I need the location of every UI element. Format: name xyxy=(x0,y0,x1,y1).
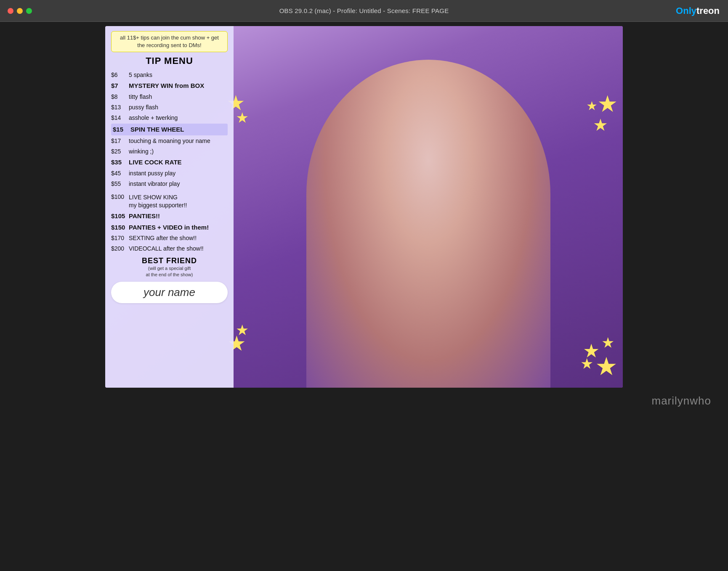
best-friend-subtitle: (will get a special gift at the end of t… xyxy=(111,265,228,278)
star-decoration-11: ★ xyxy=(580,356,593,371)
tip-desc-14: asshole + twerking xyxy=(129,114,228,122)
tip-amount-35: $35 xyxy=(111,158,129,167)
tip-item-35: $35 LIVE COCK RATE xyxy=(111,157,228,168)
star-decoration-7: ★ xyxy=(236,323,249,337)
video-area: ★ ★ ★ ★ ★ ★ ★ ★ ★ ★ ★ all 11$+ tips can … xyxy=(105,26,623,388)
person-silhouette xyxy=(306,60,550,388)
best-friend-name-box: your name xyxy=(111,282,228,303)
best-friend-title: BEST FRIEND xyxy=(111,256,228,265)
tip-amount-45: $45 xyxy=(111,169,129,178)
star-decoration-5: ★ xyxy=(586,100,598,112)
tip-amount-6: $6 xyxy=(111,71,129,79)
star-decoration-4: ★ xyxy=(593,116,608,133)
tip-desc-200: VIDEOCALL after the show!! xyxy=(129,244,228,253)
onlytreon-logo: Onlytreon xyxy=(676,5,720,16)
tip-desc-170: SEXTING after the show!! xyxy=(129,234,228,243)
tip-desc-13: pussy flash xyxy=(129,103,228,112)
username-watermark: marilynwho xyxy=(652,394,712,407)
tip-item-45: $45 instant pussy play xyxy=(111,168,228,179)
tip-item-6: $6 5 spanks xyxy=(111,70,228,80)
tip-desc-6: 5 spanks xyxy=(129,71,228,79)
tip-item-150: $150 PANTIES + VIDEO in them! xyxy=(111,222,228,233)
window-controls xyxy=(8,8,32,14)
logo-treon-part: treon xyxy=(696,5,720,16)
tip-amount-170: $170 xyxy=(111,234,129,243)
tip-amount-8: $8 xyxy=(111,93,129,101)
tip-item-200: $200 VIDEOCALL after the show!! xyxy=(111,243,228,254)
tip-item-13: $13 pussy flash xyxy=(111,102,228,113)
tip-desc-8: titty flash xyxy=(129,93,228,101)
tip-amount-7: $7 xyxy=(111,81,129,91)
star-decoration-2: ★ xyxy=(236,110,249,125)
star-decoration-3: ★ xyxy=(597,93,618,116)
tip-desc-100: LIVE SHOW KING my biggest supporter!! xyxy=(129,193,187,210)
tip-item-25: $25 winking ;) xyxy=(111,146,228,157)
close-button[interactable] xyxy=(8,8,13,14)
maximize-button[interactable] xyxy=(26,8,32,14)
tip-item-105: $105 PANTIES!! xyxy=(111,211,228,222)
promo-banner: all 11$+ tips can join the cum show + ge… xyxy=(111,31,228,52)
tip-desc-55: instant vibrator play xyxy=(129,180,228,188)
tip-amount-55: $55 xyxy=(111,180,129,188)
bottom-bar: marilynwho xyxy=(0,388,728,414)
tip-amount-17: $17 xyxy=(111,137,129,145)
tip-amount-15: $15 xyxy=(113,125,130,135)
best-friend-subtitle-line1: (will get a special gift xyxy=(148,266,191,271)
tip-item-7: $7 MYSTERY WIN from BOX xyxy=(111,80,228,92)
tip-item-17: $17 touching & moaning your name xyxy=(111,136,228,146)
tip-menu-overlay: all 11$+ tips can join the cum show + ge… xyxy=(105,26,234,388)
tip-menu-title: TIP MENU xyxy=(111,56,228,66)
person-area xyxy=(234,26,623,388)
tip-desc-105: PANTIES!! xyxy=(129,211,228,221)
tip-amount-105: $105 xyxy=(111,211,129,221)
tip-amount-150: $150 xyxy=(111,223,129,233)
best-friend-section: BEST FRIEND (will get a special gift at … xyxy=(111,256,228,303)
window-title: OBS 29.0.2 (mac) - Profile: Untitled - S… xyxy=(279,7,449,14)
tip-item-14: $14 asshole + twerking xyxy=(111,113,228,123)
tip-item-55: $55 instant vibrator play xyxy=(111,179,228,189)
tip-item-15: $15 SPIN THE WHEEL xyxy=(111,124,228,136)
titlebar: OBS 29.0.2 (mac) - Profile: Untitled - S… xyxy=(0,0,728,22)
tip-amount-25: $25 xyxy=(111,147,129,156)
tip-item-8: $8 titty flash xyxy=(111,92,228,102)
minimize-button[interactable] xyxy=(17,8,23,14)
logo-only-part: Only xyxy=(676,5,696,16)
tip-desc-15: SPIN THE WHEEL xyxy=(130,125,226,135)
tip-desc-150: PANTIES + VIDEO in them! xyxy=(129,223,228,233)
tip-amount-100: $100 xyxy=(111,193,129,200)
tip-amount-14: $14 xyxy=(111,114,129,122)
tip-amount-200: $200 xyxy=(111,244,129,253)
tip-desc-25: winking ;) xyxy=(129,147,228,156)
tip-desc-7: MYSTERY WIN from BOX xyxy=(129,81,228,91)
tip-item-170: $170 SEXTING after the show!! xyxy=(111,233,228,243)
best-friend-subtitle-line2: at the end of the show) xyxy=(146,272,193,277)
tip-item-100: $100 LIVE SHOW KING my biggest supporter… xyxy=(111,193,228,211)
tip-desc-45: instant pussy play xyxy=(129,169,228,178)
tip-desc-35: LIVE COCK RATE xyxy=(129,158,228,167)
promo-text: all 11$+ tips can join the cum show + ge… xyxy=(120,34,219,48)
main-content: ★ ★ ★ ★ ★ ★ ★ ★ ★ ★ ★ all 11$+ tips can … xyxy=(0,22,728,571)
star-decoration-10: ★ xyxy=(601,335,614,350)
tip-amount-13: $13 xyxy=(111,103,129,112)
tip-desc-17: touching & moaning your name xyxy=(129,137,228,145)
